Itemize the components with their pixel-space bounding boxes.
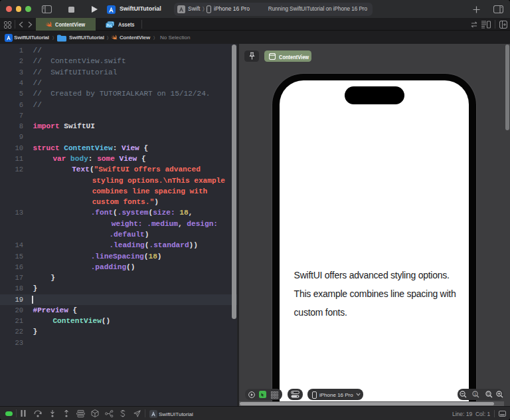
svg-text:1: 1 — [474, 392, 476, 396]
